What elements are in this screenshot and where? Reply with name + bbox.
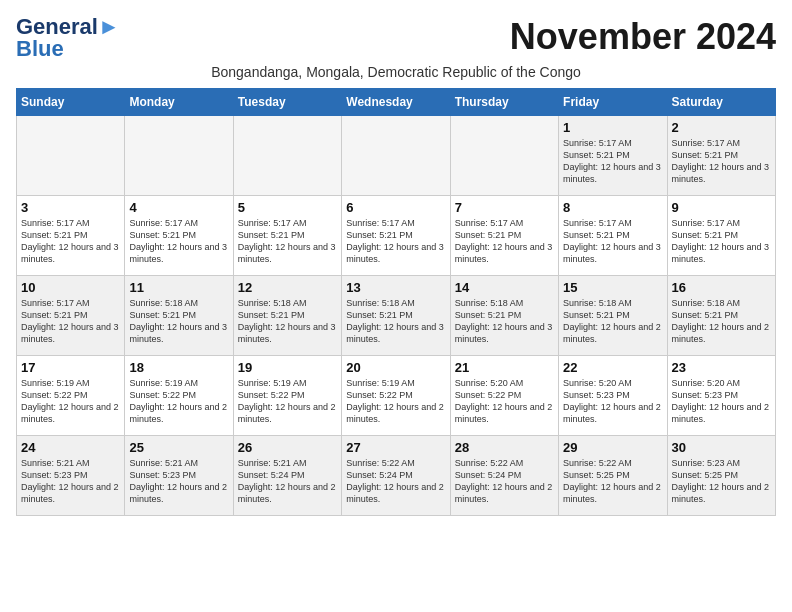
calendar-cell bbox=[450, 116, 558, 196]
day-number: 27 bbox=[346, 440, 445, 455]
logo-general: General► bbox=[16, 16, 120, 38]
day-info: Sunrise: 5:17 AM Sunset: 5:21 PM Dayligh… bbox=[672, 217, 771, 266]
day-number: 5 bbox=[238, 200, 337, 215]
day-info: Sunrise: 5:19 AM Sunset: 5:22 PM Dayligh… bbox=[129, 377, 228, 426]
calendar-cell: 25Sunrise: 5:21 AM Sunset: 5:23 PM Dayli… bbox=[125, 436, 233, 516]
day-number: 25 bbox=[129, 440, 228, 455]
day-info: Sunrise: 5:22 AM Sunset: 5:25 PM Dayligh… bbox=[563, 457, 662, 506]
calendar-cell: 5Sunrise: 5:17 AM Sunset: 5:21 PM Daylig… bbox=[233, 196, 341, 276]
day-info: Sunrise: 5:20 AM Sunset: 5:23 PM Dayligh… bbox=[563, 377, 662, 426]
day-number: 26 bbox=[238, 440, 337, 455]
day-info: Sunrise: 5:17 AM Sunset: 5:21 PM Dayligh… bbox=[346, 217, 445, 266]
calendar-cell: 28Sunrise: 5:22 AM Sunset: 5:24 PM Dayli… bbox=[450, 436, 558, 516]
calendar-cell bbox=[342, 116, 450, 196]
day-number: 22 bbox=[563, 360, 662, 375]
calendar-cell: 12Sunrise: 5:18 AM Sunset: 5:21 PM Dayli… bbox=[233, 276, 341, 356]
day-number: 15 bbox=[563, 280, 662, 295]
calendar-cell: 4Sunrise: 5:17 AM Sunset: 5:21 PM Daylig… bbox=[125, 196, 233, 276]
calendar-cell bbox=[233, 116, 341, 196]
day-info: Sunrise: 5:19 AM Sunset: 5:22 PM Dayligh… bbox=[21, 377, 120, 426]
day-number: 24 bbox=[21, 440, 120, 455]
day-info: Sunrise: 5:18 AM Sunset: 5:21 PM Dayligh… bbox=[346, 297, 445, 346]
day-header-friday: Friday bbox=[559, 89, 667, 116]
day-info: Sunrise: 5:17 AM Sunset: 5:21 PM Dayligh… bbox=[672, 137, 771, 186]
day-info: Sunrise: 5:23 AM Sunset: 5:25 PM Dayligh… bbox=[672, 457, 771, 506]
day-info: Sunrise: 5:18 AM Sunset: 5:21 PM Dayligh… bbox=[563, 297, 662, 346]
day-header-wednesday: Wednesday bbox=[342, 89, 450, 116]
calendar-cell: 8Sunrise: 5:17 AM Sunset: 5:21 PM Daylig… bbox=[559, 196, 667, 276]
day-header-thursday: Thursday bbox=[450, 89, 558, 116]
calendar-cell: 30Sunrise: 5:23 AM Sunset: 5:25 PM Dayli… bbox=[667, 436, 775, 516]
day-info: Sunrise: 5:17 AM Sunset: 5:21 PM Dayligh… bbox=[563, 137, 662, 186]
day-info: Sunrise: 5:22 AM Sunset: 5:24 PM Dayligh… bbox=[346, 457, 445, 506]
day-number: 2 bbox=[672, 120, 771, 135]
calendar-cell: 15Sunrise: 5:18 AM Sunset: 5:21 PM Dayli… bbox=[559, 276, 667, 356]
calendar-cell: 19Sunrise: 5:19 AM Sunset: 5:22 PM Dayli… bbox=[233, 356, 341, 436]
calendar-table: SundayMondayTuesdayWednesdayThursdayFrid… bbox=[16, 88, 776, 516]
day-header-saturday: Saturday bbox=[667, 89, 775, 116]
calendar-cell: 2Sunrise: 5:17 AM Sunset: 5:21 PM Daylig… bbox=[667, 116, 775, 196]
calendar-cell: 9Sunrise: 5:17 AM Sunset: 5:21 PM Daylig… bbox=[667, 196, 775, 276]
calendar-cell: 16Sunrise: 5:18 AM Sunset: 5:21 PM Dayli… bbox=[667, 276, 775, 356]
day-info: Sunrise: 5:18 AM Sunset: 5:21 PM Dayligh… bbox=[238, 297, 337, 346]
calendar-cell bbox=[125, 116, 233, 196]
calendar-cell: 10Sunrise: 5:17 AM Sunset: 5:21 PM Dayli… bbox=[17, 276, 125, 356]
day-number: 11 bbox=[129, 280, 228, 295]
day-info: Sunrise: 5:19 AM Sunset: 5:22 PM Dayligh… bbox=[346, 377, 445, 426]
calendar-cell: 22Sunrise: 5:20 AM Sunset: 5:23 PM Dayli… bbox=[559, 356, 667, 436]
day-number: 8 bbox=[563, 200, 662, 215]
calendar-cell: 14Sunrise: 5:18 AM Sunset: 5:21 PM Dayli… bbox=[450, 276, 558, 356]
logo: General► Blue bbox=[16, 16, 120, 60]
day-number: 4 bbox=[129, 200, 228, 215]
day-number: 17 bbox=[21, 360, 120, 375]
day-number: 18 bbox=[129, 360, 228, 375]
day-number: 10 bbox=[21, 280, 120, 295]
day-number: 6 bbox=[346, 200, 445, 215]
calendar-cell: 6Sunrise: 5:17 AM Sunset: 5:21 PM Daylig… bbox=[342, 196, 450, 276]
day-number: 20 bbox=[346, 360, 445, 375]
calendar-cell: 13Sunrise: 5:18 AM Sunset: 5:21 PM Dayli… bbox=[342, 276, 450, 356]
day-info: Sunrise: 5:18 AM Sunset: 5:21 PM Dayligh… bbox=[129, 297, 228, 346]
day-number: 21 bbox=[455, 360, 554, 375]
day-number: 19 bbox=[238, 360, 337, 375]
subtitle: Bongandanga, Mongala, Democratic Republi… bbox=[16, 64, 776, 80]
day-number: 16 bbox=[672, 280, 771, 295]
calendar-cell: 21Sunrise: 5:20 AM Sunset: 5:22 PM Dayli… bbox=[450, 356, 558, 436]
calendar-cell bbox=[17, 116, 125, 196]
day-info: Sunrise: 5:21 AM Sunset: 5:23 PM Dayligh… bbox=[129, 457, 228, 506]
day-info: Sunrise: 5:17 AM Sunset: 5:21 PM Dayligh… bbox=[21, 297, 120, 346]
day-info: Sunrise: 5:19 AM Sunset: 5:22 PM Dayligh… bbox=[238, 377, 337, 426]
day-info: Sunrise: 5:22 AM Sunset: 5:24 PM Dayligh… bbox=[455, 457, 554, 506]
calendar-cell: 1Sunrise: 5:17 AM Sunset: 5:21 PM Daylig… bbox=[559, 116, 667, 196]
day-info: Sunrise: 5:17 AM Sunset: 5:21 PM Dayligh… bbox=[455, 217, 554, 266]
header: General► Blue November 2024 bbox=[16, 16, 776, 60]
day-header-monday: Monday bbox=[125, 89, 233, 116]
day-info: Sunrise: 5:21 AM Sunset: 5:23 PM Dayligh… bbox=[21, 457, 120, 506]
day-number: 23 bbox=[672, 360, 771, 375]
day-number: 13 bbox=[346, 280, 445, 295]
calendar-cell: 24Sunrise: 5:21 AM Sunset: 5:23 PM Dayli… bbox=[17, 436, 125, 516]
day-info: Sunrise: 5:17 AM Sunset: 5:21 PM Dayligh… bbox=[21, 217, 120, 266]
calendar-cell: 29Sunrise: 5:22 AM Sunset: 5:25 PM Dayli… bbox=[559, 436, 667, 516]
calendar-cell: 7Sunrise: 5:17 AM Sunset: 5:21 PM Daylig… bbox=[450, 196, 558, 276]
day-number: 1 bbox=[563, 120, 662, 135]
calendar-cell: 11Sunrise: 5:18 AM Sunset: 5:21 PM Dayli… bbox=[125, 276, 233, 356]
calendar-cell: 18Sunrise: 5:19 AM Sunset: 5:22 PM Dayli… bbox=[125, 356, 233, 436]
day-info: Sunrise: 5:17 AM Sunset: 5:21 PM Dayligh… bbox=[129, 217, 228, 266]
day-number: 3 bbox=[21, 200, 120, 215]
day-number: 9 bbox=[672, 200, 771, 215]
day-info: Sunrise: 5:18 AM Sunset: 5:21 PM Dayligh… bbox=[672, 297, 771, 346]
month-title: November 2024 bbox=[510, 16, 776, 58]
day-number: 12 bbox=[238, 280, 337, 295]
calendar-cell: 17Sunrise: 5:19 AM Sunset: 5:22 PM Dayli… bbox=[17, 356, 125, 436]
day-info: Sunrise: 5:20 AM Sunset: 5:23 PM Dayligh… bbox=[672, 377, 771, 426]
day-number: 14 bbox=[455, 280, 554, 295]
day-info: Sunrise: 5:21 AM Sunset: 5:24 PM Dayligh… bbox=[238, 457, 337, 506]
day-info: Sunrise: 5:18 AM Sunset: 5:21 PM Dayligh… bbox=[455, 297, 554, 346]
calendar-cell: 3Sunrise: 5:17 AM Sunset: 5:21 PM Daylig… bbox=[17, 196, 125, 276]
day-info: Sunrise: 5:20 AM Sunset: 5:22 PM Dayligh… bbox=[455, 377, 554, 426]
calendar-cell: 20Sunrise: 5:19 AM Sunset: 5:22 PM Dayli… bbox=[342, 356, 450, 436]
day-info: Sunrise: 5:17 AM Sunset: 5:21 PM Dayligh… bbox=[238, 217, 337, 266]
day-header-tuesday: Tuesday bbox=[233, 89, 341, 116]
day-header-sunday: Sunday bbox=[17, 89, 125, 116]
